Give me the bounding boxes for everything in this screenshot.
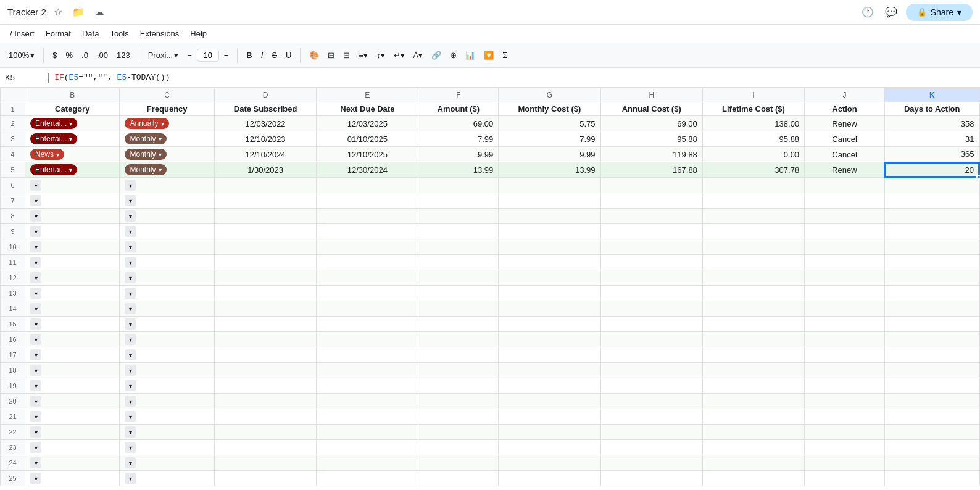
cell-h3[interactable]: 95.88 — [600, 131, 702, 147]
cell-g1[interactable]: Monthly Cost ($) — [499, 102, 600, 116]
merge-button[interactable]: ⊟ — [339, 48, 354, 62]
cell-f3[interactable]: 7.99 — [418, 131, 499, 147]
dropdown-arrow-c20[interactable]: ▾ — [125, 396, 136, 407]
cell-f6[interactable] — [418, 178, 499, 193]
cell-d21[interactable] — [214, 409, 316, 425]
cell-b9[interactable]: ▾ — [25, 224, 120, 239]
cell-k2[interactable]: 358 — [884, 116, 979, 131]
text-color-button[interactable]: A▾ — [410, 48, 427, 62]
share-button[interactable]: 🔒 Share ▾ — [906, 4, 973, 21]
cell-c8[interactable]: ▾ — [120, 209, 214, 224]
borders-button[interactable]: ⊞ — [324, 48, 338, 62]
cell-i10[interactable] — [702, 239, 804, 255]
dropdown-arrow-b9[interactable]: ▾ — [30, 226, 41, 237]
cell-k5[interactable]: 20 — [884, 162, 979, 178]
cell-c7[interactable]: ▾ — [120, 193, 214, 209]
cell-c11[interactable]: ▾ — [120, 255, 214, 270]
cell-i16[interactable] — [702, 332, 804, 347]
cell-j4[interactable]: Cancel — [805, 147, 885, 162]
cell-k22[interactable] — [884, 425, 979, 440]
cell-g11[interactable] — [499, 255, 600, 270]
cell-c13[interactable]: ▾ — [120, 286, 214, 301]
cell-e25[interactable] — [317, 471, 418, 486]
cell-g5[interactable]: 13.99 — [499, 162, 600, 178]
dropdown-arrow-b15[interactable]: ▾ — [30, 318, 41, 330]
cell-h4[interactable]: 119.88 — [600, 147, 702, 162]
cell-i15[interactable] — [702, 317, 804, 332]
cell-c2[interactable]: Annually ▾ — [120, 116, 214, 131]
decimal-more-button[interactable]: .00 — [93, 48, 112, 62]
dropdown-arrow-c19[interactable]: ▾ — [125, 380, 136, 391]
cell-b11[interactable]: ▾ — [25, 255, 120, 270]
cell-i13[interactable] — [702, 286, 804, 301]
cell-f24[interactable] — [418, 455, 499, 471]
dropdown-arrow-c10[interactable]: ▾ — [125, 241, 136, 252]
cell-i8[interactable] — [702, 209, 804, 224]
cell-g10[interactable] — [499, 239, 600, 255]
cell-e13[interactable] — [317, 286, 418, 301]
dropdown-arrow-b17[interactable]: ▾ — [30, 349, 41, 360]
menu-item-insert[interactable]: / Insert — [5, 27, 39, 41]
dropdown-arrow-c24[interactable]: ▾ — [125, 457, 136, 468]
cell-h21[interactable] — [600, 409, 702, 425]
cell-i7[interactable] — [702, 193, 804, 209]
cell-i24[interactable] — [702, 455, 804, 471]
cell-g20[interactable] — [499, 394, 600, 409]
valign-button[interactable]: ↕▾ — [373, 48, 389, 62]
cell-h5[interactable]: 167.88 — [600, 162, 702, 178]
cell-d1[interactable]: Date Subscribed — [214, 102, 316, 116]
cell-d3[interactable]: 12/10/2023 — [214, 131, 316, 147]
cell-b4[interactable]: News ▾ — [25, 147, 120, 162]
cell-f19[interactable] — [418, 378, 499, 394]
cell-c4[interactable]: Monthly ▾ — [120, 147, 214, 162]
cell-h24[interactable] — [600, 455, 702, 471]
underline-button[interactable]: U — [282, 48, 295, 62]
cell-c17[interactable]: ▾ — [120, 347, 214, 363]
folder-icon[interactable]: 📁 — [70, 5, 87, 19]
dropdown-arrow-b13[interactable]: ▾ — [30, 288, 41, 299]
cell-b19[interactable]: ▾ — [25, 378, 120, 394]
cell-h13[interactable] — [600, 286, 702, 301]
cell-j3[interactable]: Cancel — [805, 131, 885, 147]
cell-d13[interactable] — [214, 286, 316, 301]
cell-h25[interactable] — [600, 471, 702, 486]
history-icon[interactable]: 🕐 — [859, 5, 876, 19]
dropdown-arrow-c6[interactable]: ▾ — [125, 180, 136, 191]
cell-k9[interactable] — [884, 224, 979, 239]
cell-k7[interactable] — [884, 193, 979, 209]
cell-g22[interactable] — [499, 425, 600, 440]
cell-g16[interactable] — [499, 332, 600, 347]
function-button[interactable]: Σ — [499, 48, 511, 62]
cell-j20[interactable] — [805, 394, 885, 409]
cell-g9[interactable] — [499, 224, 600, 239]
cell-k24[interactable] — [884, 455, 979, 471]
align-button[interactable]: ≡▾ — [355, 48, 372, 62]
cell-b2[interactable]: Entertai... ▾ — [25, 116, 120, 131]
cell-b10[interactable]: ▾ — [25, 239, 120, 255]
dropdown-arrow-c22[interactable]: ▾ — [125, 426, 136, 438]
dropdown-arrow-c13[interactable]: ▾ — [125, 288, 136, 299]
cell-b1[interactable]: Category — [25, 102, 120, 116]
category-pill-2[interactable]: Entertai... ▾ — [30, 118, 77, 129]
cell-c9[interactable]: ▾ — [120, 224, 214, 239]
cell-h11[interactable] — [600, 255, 702, 270]
cell-e1[interactable]: Next Due Date — [317, 102, 418, 116]
cell-k15[interactable] — [884, 317, 979, 332]
cell-d7[interactable] — [214, 193, 316, 209]
dropdown-arrow-b19[interactable]: ▾ — [30, 380, 41, 391]
cell-e24[interactable] — [317, 455, 418, 471]
cell-i9[interactable] — [702, 224, 804, 239]
dropdown-arrow-b22[interactable]: ▾ — [30, 426, 41, 438]
cell-k13[interactable] — [884, 286, 979, 301]
sheet-container[interactable]: B C D E F G H I J K 1 Category Frequency… — [0, 88, 980, 490]
cell-f18[interactable] — [418, 363, 499, 378]
cell-d16[interactable] — [214, 332, 316, 347]
cell-d4[interactable]: 12/10/2024 — [214, 147, 316, 162]
dropdown-arrow-b11[interactable]: ▾ — [30, 257, 41, 268]
cell-k20[interactable] — [884, 394, 979, 409]
cell-e23[interactable] — [317, 440, 418, 455]
cell-f8[interactable] — [418, 209, 499, 224]
cell-d6[interactable] — [214, 178, 316, 193]
cell-j17[interactable] — [805, 347, 885, 363]
cell-i4[interactable]: 0.00 — [702, 147, 804, 162]
